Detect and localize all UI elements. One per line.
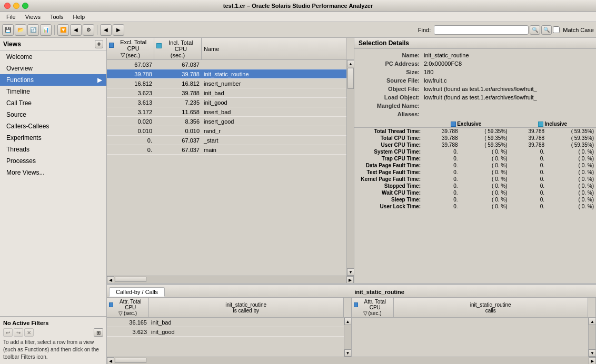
- col-header-incl[interactable]: Incl. Total CPU (sec.): [154, 38, 202, 59]
- calledby-scroll-down[interactable]: ▼: [344, 349, 351, 357]
- sidebar-item-timeline[interactable]: Timeline: [0, 86, 106, 97]
- calls-sort-arrow: ▽: [363, 310, 367, 316]
- sidebar-label-welcome: Welcome: [6, 53, 33, 60]
- hscroll-thumb[interactable]: [115, 277, 146, 282]
- sidebar-item-source[interactable]: Source: [0, 109, 106, 120]
- calledby-row[interactable]: 3.623 init_good: [107, 327, 344, 337]
- table-scrollbar[interactable]: ▲ ▼: [346, 60, 354, 276]
- table-row[interactable]: 3.613 7.235 init_good: [107, 98, 346, 107]
- menu-file[interactable]: File: [2, 13, 20, 21]
- sidebar-item-experiments[interactable]: Experiments: [0, 132, 106, 144]
- calledby-col-name[interactable]: init_static_routineis called by: [149, 298, 344, 317]
- menu-views[interactable]: Views: [21, 13, 45, 21]
- timing-excl-pct-2: ( 59.35%): [460, 141, 510, 148]
- scroll-thumb[interactable]: [347, 68, 354, 89]
- table-row[interactable]: 3.172 11.658 insert_bad: [107, 107, 346, 117]
- filter-button[interactable]: 🔽: [57, 24, 69, 36]
- calls-scroll-down[interactable]: ▼: [589, 349, 595, 357]
- filter-add-button[interactable]: ⊞: [94, 328, 103, 337]
- calls-scroll-track[interactable]: [589, 325, 595, 349]
- calls-col-attr[interactable]: Attr. Total CPU ▽ (sec.): [352, 298, 394, 317]
- toolbar-btn-5[interactable]: ◀: [70, 24, 82, 36]
- table-row[interactable]: 3.623 39.788 init_bad: [107, 88, 346, 98]
- timing-excl-pct-6: ( 0. %): [460, 169, 510, 176]
- timing-row: Sleep Time: 0. ( 0. %) 0. ( 0. %): [354, 196, 596, 203]
- toolbar-btn-2[interactable]: 📂: [15, 24, 26, 36]
- calls-col-name[interactable]: init_static_routinecalls: [394, 298, 589, 317]
- calledby-row[interactable]: 36.165 init_bad: [107, 318, 344, 327]
- scroll-down-button[interactable]: ▼: [347, 268, 354, 276]
- sidebar-label-more-views: More Views...: [6, 169, 44, 176]
- sidebar-label-source: Source: [6, 111, 26, 118]
- calledby-excl-icon: [109, 302, 113, 307]
- close-button[interactable]: [4, 3, 11, 9]
- timing-row: Text Page Fault Time: 0. ( 0. %) 0. ( 0.…: [354, 169, 596, 176]
- forward-button[interactable]: ▶: [113, 24, 124, 36]
- sidebar-item-functions[interactable]: Functions ▶: [0, 74, 106, 86]
- sidebar-item-overview[interactable]: Overview: [0, 63, 106, 74]
- table-row[interactable]: 0. 67.037 main: [107, 145, 346, 155]
- filter-redo-button[interactable]: ↪: [14, 328, 23, 337]
- calledby-scrollbar[interactable]: ▲ ▼: [344, 318, 351, 357]
- toolbar-btn-3[interactable]: 🔃: [27, 24, 39, 36]
- sidebar-item-processes[interactable]: Processes: [0, 155, 106, 167]
- find-next-button[interactable]: 🔍: [541, 25, 552, 35]
- bottom-right-btn[interactable]: ▶: [589, 357, 596, 364]
- detail-load-row: Load Object: lowfruit (found as test.1.e…: [354, 93, 596, 102]
- table-row[interactable]: 39.788 39.788 init_static_routine: [107, 69, 346, 79]
- cell-excl-7: 0.010: [107, 127, 154, 135]
- toolbar-btn-6[interactable]: ⚙: [83, 24, 94, 36]
- sidebar-add-button[interactable]: +: [95, 40, 103, 48]
- bottom-left-btn[interactable]: ◀: [107, 357, 114, 364]
- timing-row: Kernel Page Fault Time: 0. ( 0. %) 0. ( …: [354, 176, 596, 183]
- calledby-calls-tab[interactable]: Called-by / Calls: [109, 287, 165, 297]
- table-right-btn[interactable]: ▶: [346, 276, 354, 283]
- calledby-col-attr[interactable]: Attr. Total CPU ▽ (sec.): [107, 298, 149, 317]
- table-left-btn[interactable]: ◀: [107, 276, 114, 283]
- match-case-checkbox[interactable]: [553, 26, 560, 33]
- scroll-track[interactable]: [347, 67, 354, 268]
- content-area: Excl. Total CPU ▽ (sec.) Incl. Total CPU…: [107, 38, 596, 364]
- toolbar-btn-4[interactable]: 📊: [40, 24, 52, 36]
- table-row[interactable]: 0.020 8.356 insert_good: [107, 117, 346, 126]
- bottom-hscroll-track[interactable]: [114, 357, 589, 364]
- filter-undo-button[interactable]: ↩: [3, 328, 13, 337]
- find-input[interactable]: [434, 25, 529, 35]
- menu-tools[interactable]: Tools: [46, 13, 68, 21]
- maximize-button[interactable]: [22, 3, 28, 9]
- calls-scrollbar[interactable]: ▲ ▼: [588, 318, 595, 357]
- sidebar-item-threads[interactable]: Threads: [0, 144, 106, 155]
- hscroll-track[interactable]: [114, 276, 346, 283]
- table-row[interactable]: 0. 67.037 _start: [107, 136, 346, 145]
- cell-incl-4: 7.235: [154, 99, 202, 106]
- calls-name-label: init_static_routinecalls: [470, 302, 511, 314]
- find-prev-button[interactable]: 🔍: [530, 25, 540, 35]
- timing-incl-val-11: 0.: [509, 203, 547, 210]
- toolbar-btn-1[interactable]: 💾: [2, 24, 14, 36]
- col-header-excl[interactable]: Excl. Total CPU ▽ (sec.): [107, 38, 154, 59]
- calledby-table-body: 36.165 init_bad 3.623 init_good: [107, 318, 344, 357]
- scroll-up-button[interactable]: ▲: [347, 60, 354, 67]
- minimize-button[interactable]: [13, 3, 19, 9]
- timing-label-3: System CPU Time:: [354, 148, 423, 155]
- filter-clear-button[interactable]: ✕: [24, 328, 34, 337]
- window-controls[interactable]: [4, 3, 28, 9]
- table-row[interactable]: 16.812 16.812 insert_number: [107, 79, 346, 88]
- timing-label-6: Text Page Fault Time:: [354, 169, 423, 176]
- sidebar-item-calltree[interactable]: Call Tree: [0, 97, 106, 109]
- sidebar-item-more-views[interactable]: More Views...: [0, 167, 106, 178]
- bottom-hscroll-thumb[interactable]: [115, 358, 146, 363]
- calledby-scroll-up[interactable]: ▲: [344, 318, 351, 325]
- calledby-scroll-track[interactable]: [344, 325, 351, 349]
- table-row[interactable]: 0.010 0.010 rand_r: [107, 126, 346, 136]
- sidebar-item-callers[interactable]: Callers-Callees: [0, 120, 106, 132]
- col-header-name[interactable]: Name: [202, 38, 346, 59]
- menu-help[interactable]: Help: [69, 13, 90, 21]
- table-row[interactable]: 67.037 67.037: [107, 60, 346, 69]
- timing-label-0: Total Thread Time:: [354, 128, 423, 135]
- calls-scroll-up[interactable]: ▲: [589, 318, 595, 325]
- back-button[interactable]: ◀: [100, 24, 112, 36]
- timing-excl-val-0: 39.788: [423, 128, 460, 135]
- sidebar-item-welcome[interactable]: Welcome: [0, 51, 106, 63]
- bottom-hscroll: ◀ ▶: [107, 357, 596, 364]
